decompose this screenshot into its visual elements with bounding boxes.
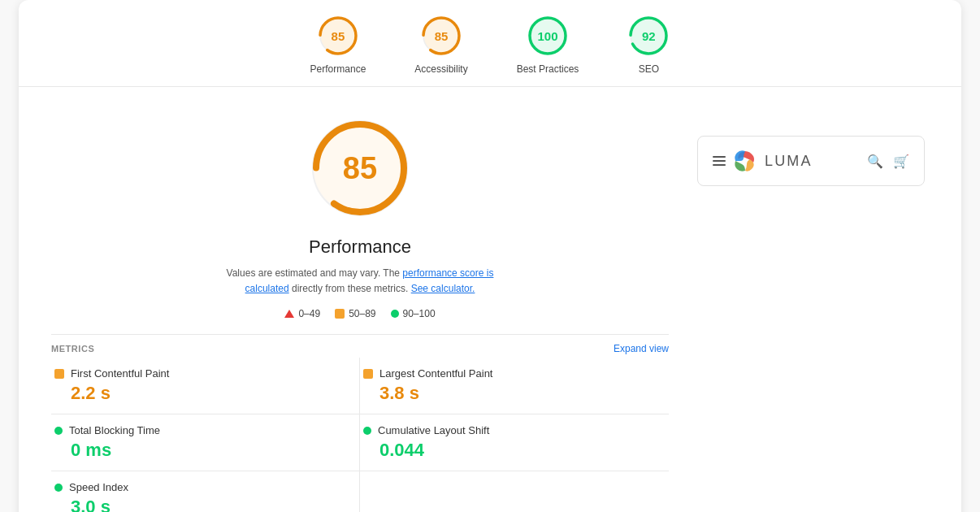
performance-description: Values are estimated and may vary. The p… bbox=[222, 266, 498, 297]
score-circle-best-practices: 100 bbox=[527, 15, 569, 57]
right-panel: LUMA 🔍 🛒 bbox=[693, 103, 929, 512]
metric-value-cls: 0.044 bbox=[363, 440, 656, 461]
big-score-value: 85 bbox=[343, 151, 377, 186]
metric-cell-tbt: Total Blocking Time 0 ms bbox=[51, 414, 360, 471]
score-legend: 0–49 50–89 90–100 bbox=[284, 308, 435, 319]
metric-dot-tbt bbox=[54, 427, 63, 435]
legend-orange-label: 50–89 bbox=[349, 308, 375, 319]
calculator-link[interactable]: See calculator. bbox=[411, 283, 475, 294]
metric-value-fcp: 2.2 s bbox=[54, 383, 335, 404]
score-bar: 85 Performance 85 Accessibility 100 Best… bbox=[19, 0, 961, 87]
metric-cell-si: Speed Index 3.0 s bbox=[51, 471, 360, 512]
metric-dot-si bbox=[54, 484, 63, 492]
luma-left: LUMA bbox=[713, 148, 813, 174]
luma-logo-icon bbox=[732, 148, 758, 174]
score-number-accessibility: 85 bbox=[435, 29, 449, 43]
luma-actions: 🔍 🛒 bbox=[867, 154, 909, 169]
luma-preview: LUMA 🔍 🛒 bbox=[697, 136, 925, 186]
big-gauge: 85 bbox=[303, 111, 417, 225]
score-circle-accessibility: 85 bbox=[420, 15, 462, 57]
cart-icon[interactable]: 🛒 bbox=[893, 154, 909, 169]
score-number-performance: 85 bbox=[332, 29, 345, 43]
legend-orange-icon bbox=[335, 309, 345, 319]
score-item-performance[interactable]: 85 Performance bbox=[310, 15, 366, 75]
metric-row-si: Speed Index bbox=[54, 481, 335, 493]
expand-view-button[interactable]: Expand view bbox=[614, 343, 669, 354]
metric-cell-fcp: First Contentful Paint 2.2 s bbox=[51, 358, 360, 414]
metric-name-si: Speed Index bbox=[69, 481, 128, 493]
metric-name-fcp: First Contentful Paint bbox=[71, 367, 169, 380]
metric-cell-cls: Cumulative Layout Shift 0.044 bbox=[360, 414, 669, 471]
score-number-best-practices: 100 bbox=[538, 29, 558, 43]
metrics-header: METRICS Expand view bbox=[51, 334, 669, 354]
metric-value-tbt: 0 ms bbox=[54, 440, 335, 461]
performance-title: Performance bbox=[309, 236, 411, 258]
metric-cell-empty bbox=[360, 471, 669, 512]
score-item-seo[interactable]: 92 SEO bbox=[627, 15, 670, 75]
main-card: 85 Performance 85 Accessibility 100 Best… bbox=[19, 0, 961, 512]
metric-row-lcp: Largest Contentful Paint bbox=[363, 367, 656, 380]
metrics-grid: First Contentful Paint 2.2 s Largest Con… bbox=[51, 358, 669, 512]
desc-static: Values are estimated and may vary. The bbox=[227, 267, 403, 279]
legend-orange: 50–89 bbox=[335, 308, 375, 319]
left-panel: 85 Performance Values are estimated and … bbox=[51, 103, 669, 512]
legend-red-label: 0–49 bbox=[298, 308, 320, 319]
score-label-best-practices: Best Practices bbox=[517, 63, 579, 75]
metric-name-tbt: Total Blocking Time bbox=[69, 424, 160, 436]
metric-row-tbt: Total Blocking Time bbox=[54, 424, 335, 436]
score-item-best-practices[interactable]: 100 Best Practices bbox=[517, 15, 579, 75]
metric-row-fcp: First Contentful Paint bbox=[54, 367, 335, 380]
metric-name-cls: Cumulative Layout Shift bbox=[378, 424, 489, 436]
score-number-seo: 92 bbox=[642, 29, 656, 43]
legend-green: 90–100 bbox=[391, 308, 436, 319]
score-circle-seo: 92 bbox=[627, 15, 670, 57]
luma-brand-text: LUMA bbox=[765, 153, 813, 170]
metrics-title: METRICS bbox=[51, 344, 94, 354]
score-label-accessibility: Accessibility bbox=[414, 63, 467, 75]
score-label-performance: Performance bbox=[310, 63, 366, 75]
legend-red: 0–49 bbox=[284, 308, 320, 319]
score-circle-performance: 85 bbox=[317, 15, 359, 57]
metric-cell-lcp: Largest Contentful Paint 3.8 s bbox=[360, 358, 669, 414]
legend-red-icon bbox=[284, 310, 294, 318]
hamburger-menu[interactable] bbox=[713, 156, 726, 166]
metric-dot-lcp bbox=[363, 369, 373, 379]
metric-dot-cls bbox=[363, 427, 371, 435]
metric-row-cls: Cumulative Layout Shift bbox=[363, 424, 656, 436]
legend-green-label: 90–100 bbox=[403, 308, 436, 319]
metric-value-lcp: 3.8 s bbox=[363, 383, 656, 404]
legend-green-icon bbox=[391, 310, 399, 318]
main-content: 85 Performance Values are estimated and … bbox=[19, 87, 961, 512]
score-item-accessibility[interactable]: 85 Accessibility bbox=[414, 15, 467, 75]
score-label-seo: SEO bbox=[639, 63, 659, 75]
metric-name-lcp: Largest Contentful Paint bbox=[379, 367, 492, 380]
metric-dot-fcp bbox=[54, 369, 64, 379]
metric-value-si: 3.0 s bbox=[54, 497, 335, 512]
search-icon[interactable]: 🔍 bbox=[867, 154, 883, 169]
